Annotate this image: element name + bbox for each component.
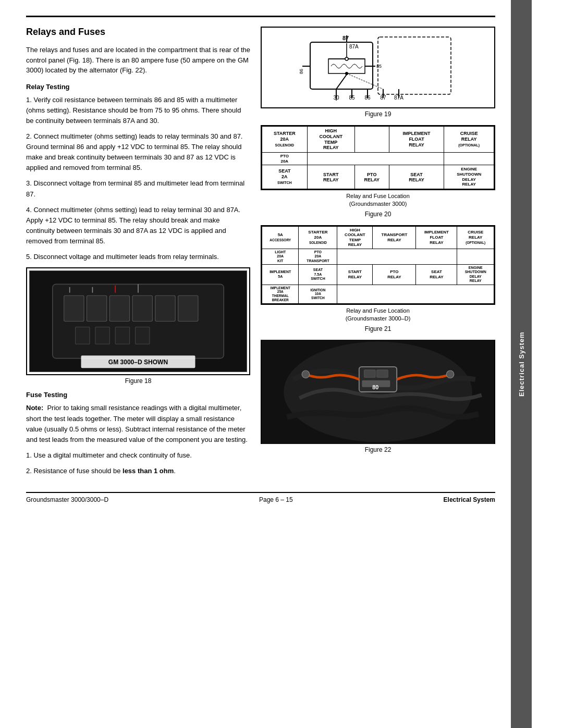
table-row-4: SEAT2ASWITCH STARTRELAY PTORELAY SEATREL…: [262, 165, 494, 189]
cell-cruise-d: CRUISERELAY(OPTIONAL): [457, 226, 494, 249]
svg-text:87A: 87A: [394, 95, 403, 101]
relay-step-2: 2. Connect multimeter (ohms setting) lea…: [26, 131, 250, 174]
fig20-subtitle1: Relay and Fuse Location: [346, 193, 410, 199]
cell-implement-5a: IMPLEMENT5A: [262, 265, 299, 285]
cell-empty1: [354, 127, 389, 153]
cell-5a-acc: 5AACCESSORY: [262, 226, 299, 249]
relay-step-4: 4. Connect multimeter (ohms setting) lea…: [26, 205, 250, 247]
svg-text:86: 86: [364, 95, 371, 101]
cell-cruise: CRUISERELAY(OPTIONAL): [444, 127, 494, 153]
right-tab: Electrical System: [511, 0, 532, 728]
fig21-subtitle1: Relay and Fuse Location: [346, 307, 410, 314]
cell-engine-label: [444, 153, 494, 165]
svg-point-53: [302, 371, 309, 378]
table-row-3: PTO20A: [262, 153, 494, 165]
fuse-note: Note: Prior to taking small resistance r…: [26, 403, 250, 445]
cell-empty3: [337, 285, 494, 303]
svg-rect-9: [95, 327, 109, 344]
fuse-testing-heading: Fuse Testing: [26, 391, 250, 399]
right-tab-text: Electrical System: [518, 331, 525, 397]
svg-text:80: 80: [372, 384, 378, 390]
figure-22-photo: 80: [261, 340, 495, 444]
relay-step-1: 1. Verify coil resistance between termin…: [26, 95, 250, 126]
figure-19-diagram: 87 87A: [267, 33, 489, 101]
figure-22-svg: 80: [262, 340, 494, 444]
footer-right: Electrical System: [444, 496, 495, 503]
footer-center: Page 6 – 15: [259, 496, 293, 503]
figure-18-svg: GM 3000–D SHOWN: [30, 271, 247, 372]
figure-21-table: 5AACCESSORY STARTER20ASOLENOID HIGHCOOLA…: [262, 226, 494, 304]
figure-18-caption: Figure 18: [26, 377, 250, 385]
svg-rect-7: [178, 296, 198, 322]
svg-rect-2: [64, 296, 84, 322]
fig21-row-3: LIGHT20AKIT PTO20ATRANSPORT: [262, 249, 494, 264]
cell-ignition-10a: IGNITION10ASWITCH: [299, 285, 337, 303]
figure-19-container: 87 87A: [261, 27, 495, 118]
cell-start-relay-d: STARTRELAY: [337, 265, 373, 285]
svg-text:85: 85: [376, 64, 382, 69]
cell-empty2: [337, 249, 457, 264]
figure-20-caption: Relay and Fuse Location (Groundsmaster 3…: [261, 192, 495, 208]
bottom-bar: Groundsmaster 3000/3000–D Page 6 – 15 El…: [26, 492, 495, 503]
fig21-row-5: IMPLEMENT25ATHERMALBREAKER IGNITION10ASW…: [262, 285, 494, 303]
fig21-subtitle2: (Groundsmaster 3000–D): [346, 315, 411, 322]
figure-21-box: 5AACCESSORY STARTER20ASOLENOID HIGHCOOLA…: [261, 225, 495, 305]
fig20-subtitle2: (Groundsmaster 3000): [349, 201, 407, 207]
relay-testing-heading: Relay Testing: [26, 83, 250, 91]
cell-implement-25a: IMPLEMENT25ATHERMALBREAKER: [262, 285, 299, 303]
cell-high-coolant: HIGHCOOLANTTEMPRELAY: [307, 127, 354, 153]
intro-paragraph: The relays and fuses and are located in …: [26, 45, 250, 76]
figure-20-box: STARTER20ASOLENOID HIGHCOOLANTTEMPRELAY …: [261, 125, 495, 190]
svg-point-52: [446, 371, 454, 378]
svg-text:30: 30: [333, 95, 339, 101]
svg-text:86: 86: [299, 69, 304, 74]
cell-light-20a: LIGHT20AKIT: [262, 249, 299, 264]
less-than-bold: less than 1 ohm: [123, 467, 174, 475]
note-text: Prior to taking small resistance reading…: [26, 404, 248, 443]
cell-high-coolant-d: HIGHCOOLANTTEMPRELAY: [337, 226, 373, 249]
svg-rect-18: [378, 37, 451, 94]
figure-19-caption: Figure 19: [261, 110, 495, 118]
figure-20-table: STARTER20ASOLENOID HIGHCOOLANTTEMPRELAY …: [262, 126, 494, 189]
figure-21-caption: Relay and Fuse Location (Groundsmaster 3…: [261, 307, 495, 323]
section-title: Relays and Fuses: [26, 27, 250, 38]
svg-rect-49: [377, 369, 388, 377]
cell-seat-relay: SEATRELAY: [389, 165, 444, 189]
figure-21-label: Figure 21: [261, 325, 495, 332]
figure-20-label: Figure 20: [261, 211, 495, 218]
cell-starter-20a-d: STARTER20ASOLENOID: [299, 226, 337, 249]
svg-point-33: [345, 57, 348, 60]
figure-20-container: STARTER20ASOLENOID HIGHCOOLANTTEMPRELAY …: [261, 125, 495, 218]
figure-19-box: 87 87A: [261, 27, 495, 108]
cell-engine-shutdown: ENGINESHUTDOWNDELAYRELAY: [444, 165, 494, 189]
cell-pto-20a: PTO20A: [262, 153, 308, 165]
svg-rect-8: [76, 327, 90, 344]
cell-spacer: [307, 153, 444, 165]
cell-implement-float-d: IMPLEMENTFLOATRELAY: [416, 226, 457, 249]
cell-transport-relay: TRANSPORTRELAY: [373, 226, 416, 249]
svg-rect-48: [364, 369, 375, 377]
svg-rect-3: [87, 296, 106, 322]
cell-seat-2a: SEAT2ASWITCH: [262, 165, 308, 189]
svg-text:GM 3000–D SHOWN: GM 3000–D SHOWN: [108, 359, 168, 366]
figure-22-container: 80 Figure 22: [261, 340, 495, 453]
cell-pto-relay: PTORELAY: [354, 165, 389, 189]
svg-text:87: 87: [380, 95, 386, 101]
svg-rect-6: [155, 296, 175, 322]
svg-line-31: [336, 75, 347, 89]
footer-left: Groundsmaster 3000/3000–D: [26, 496, 108, 503]
svg-text:87A: 87A: [349, 44, 359, 50]
figure-18-photo: GM 3000–D SHOWN: [29, 270, 247, 372]
svg-text:85: 85: [349, 95, 355, 101]
fig21-row-4: IMPLEMENT5A SEAT7.5ASWITCH STARTRELAY PT…: [262, 265, 494, 285]
cell-seat-75a: SEAT7.5ASWITCH: [299, 265, 337, 285]
cell-seat-relay-d: SEATRELAY: [416, 265, 457, 285]
cell-starter-20a: STARTER20ASOLENOID: [262, 127, 308, 153]
top-border: [26, 16, 495, 17]
svg-rect-11: [136, 327, 150, 344]
cell-pto-20a-transport: PTO20ATRANSPORT: [299, 249, 337, 264]
cell-implement-float: IMPLEMENTFLOATRELAY: [389, 127, 444, 153]
cell-start-relay: STARTRELAY: [307, 165, 354, 189]
relay-step-3: 3. Disconnect voltage from terminal 85 a…: [26, 178, 250, 199]
relay-step-5: 5. Disconnect voltage and multimeter lea…: [26, 252, 250, 262]
